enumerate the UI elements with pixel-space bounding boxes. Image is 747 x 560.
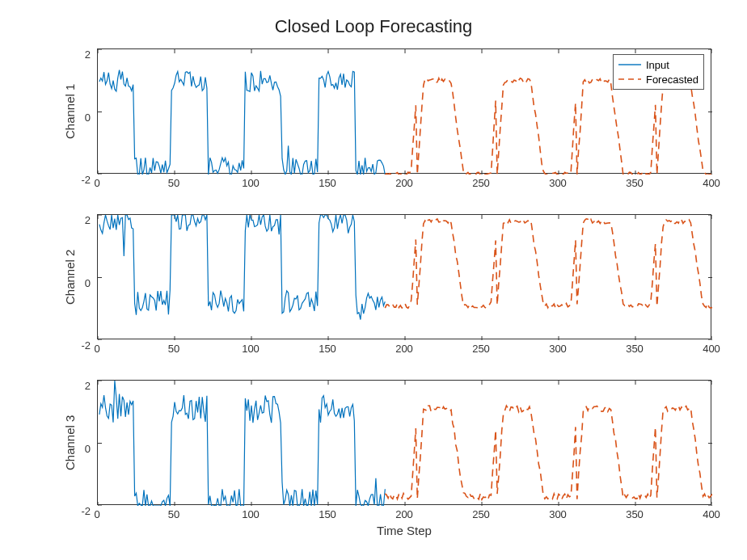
legend-entry-input: Input — [618, 57, 698, 72]
legend-entry-forecasted: Forecasted — [618, 72, 698, 86]
plot-area-2 — [98, 215, 712, 340]
xtick-label: 0 — [94, 343, 99, 355]
ylabel-2: Channel 2 — [63, 250, 77, 305]
figure-title: Closed Loop Forecasting — [0, 16, 747, 37]
xtick-label: 200 — [395, 343, 413, 355]
xtick-label: 250 — [472, 508, 490, 520]
ylabel-1: Channel 1 — [63, 84, 77, 139]
axes-channel-3 — [97, 380, 711, 505]
axes-channel-2 — [97, 214, 711, 339]
xtick-label: 150 — [319, 343, 336, 355]
xtick-label: 350 — [626, 508, 644, 520]
axes-channel-1: Input Forecasted — [97, 48, 711, 174]
xtick-label: 400 — [703, 177, 720, 189]
xtick-label: 50 — [168, 343, 179, 355]
xtick-label: 300 — [549, 508, 567, 520]
xtick-label: 400 — [703, 508, 720, 520]
xtick-label: 350 — [626, 177, 644, 189]
xtick-label: 250 — [472, 177, 490, 189]
xtick-label: 200 — [395, 177, 413, 189]
legend-label-input: Input — [646, 59, 669, 71]
legend: Input Forecasted — [613, 54, 704, 90]
xtick-label: 150 — [319, 177, 336, 189]
xtick-label: 100 — [242, 343, 260, 355]
xtick-label: 50 — [168, 508, 179, 520]
legend-swatch-forecasted — [618, 74, 641, 85]
xtick-label: 0 — [94, 508, 99, 520]
plot-area-3 — [98, 381, 712, 506]
legend-label-forecasted: Forecasted — [646, 74, 698, 86]
xtick-label: 300 — [549, 343, 567, 355]
xtick-label: 300 — [549, 177, 567, 189]
xtick-label: 100 — [242, 508, 260, 520]
xtick-label: 400 — [703, 343, 720, 355]
xtick-label: 200 — [395, 508, 413, 520]
ylabel-3: Channel 3 — [63, 415, 77, 470]
xtick-label: 150 — [319, 508, 336, 520]
figure: Closed Loop Forecasting Input Forecasted… — [0, 0, 747, 560]
xtick-label: 100 — [242, 177, 260, 189]
xtick-label: 250 — [472, 343, 490, 355]
xtick-label: 350 — [626, 343, 644, 355]
xlabel: Time Step — [97, 524, 711, 537]
xtick-label: 0 — [94, 177, 99, 189]
xtick-label: 50 — [168, 177, 179, 189]
legend-swatch-input — [618, 59, 641, 70]
